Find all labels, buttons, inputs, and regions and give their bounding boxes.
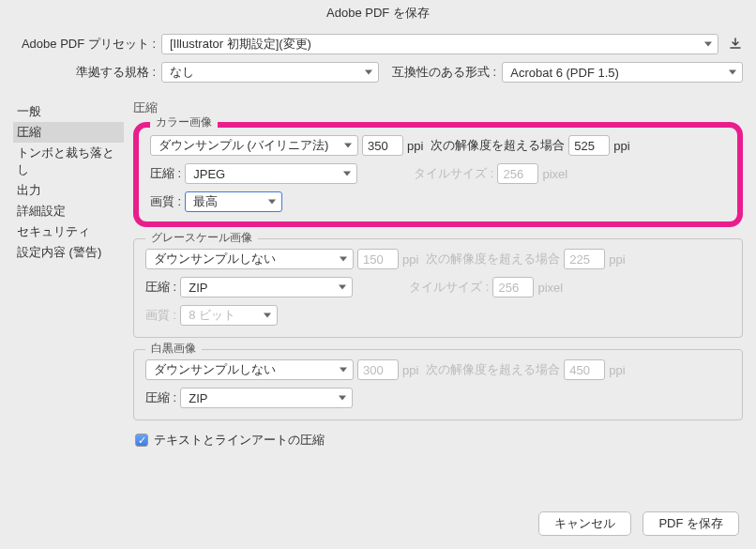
sidebar-item-marks[interactable]: トンボと裁ち落とし [13, 143, 124, 180]
color-legend: カラー画像 [150, 114, 218, 130]
sidebar-item-summary[interactable]: 設定内容 (警告) [13, 242, 124, 263]
gray-ppi2-unit: ppi [609, 252, 625, 267]
text-lineart-checkbox[interactable]: ✓ テキストとラインアートの圧縮 [135, 432, 743, 449]
mono-ppi2-input: 450 [564, 359, 605, 380]
color-quality-select[interactable]: 最高 [185, 191, 282, 212]
sidebar-item-advanced[interactable]: 詳細設定 [13, 201, 124, 221]
color-quality-label: 画質 : [150, 193, 181, 210]
color-compress-label: 圧縮 : [150, 165, 181, 182]
sidebar: 一般 圧縮 トンボと裁ち落とし 出力 詳細設定 セキュリティ 設定内容 (警告) [13, 99, 124, 449]
gray-quality-select: 8 ビット [180, 305, 278, 326]
page-title: 圧縮 [133, 99, 743, 116]
sidebar-item-security[interactable]: セキュリティ [13, 221, 124, 242]
preset-select[interactable]: [Illustrator 初期設定](変更) [161, 34, 718, 54]
footer-buttons: キャンセル PDF を保存 [538, 511, 739, 536]
compat-select[interactable]: Acrobat 6 (PDF 1.5) [502, 62, 743, 83]
color-ppi2-input[interactable]: 525 [568, 135, 610, 156]
mono-compress-label: 圧縮 : [145, 389, 176, 406]
color-ppi1-unit: ppi [407, 139, 423, 153]
color-tile-label: タイルサイズ : [414, 165, 493, 182]
mono-ppi1-input: 300 [357, 359, 399, 380]
gray-image-group: グレースケール画像 ダウンサンプルしない 150 ppi 次の解像度を超える場合… [133, 238, 743, 338]
color-exceed-label: 次の解像度を超える場合 [431, 137, 565, 154]
color-downsample-value: ダウンサンプル (バイリニア法) [159, 137, 328, 154]
standard-label: 準拠する規格 : [13, 64, 156, 81]
color-image-group: カラー画像 ダウンサンプル (バイリニア法) 350 ppi 次の解像度を超える… [133, 122, 743, 227]
text-lineart-label: テキストとラインアートの圧縮 [154, 432, 325, 449]
gray-tile-input: 256 [492, 277, 534, 297]
gray-ppi1-unit: ppi [402, 252, 418, 267]
compat-value: Acrobat 6 (PDF 1.5) [510, 66, 619, 80]
mono-ppi2-unit: ppi [609, 363, 625, 377]
sidebar-item-general[interactable]: 一般 [13, 101, 124, 122]
gray-compress-select[interactable]: ZIP [180, 277, 353, 297]
mono-image-group: 白黒画像 ダウンサンプルしない 300 ppi 次の解像度を超える場合 450 … [133, 349, 743, 420]
content-panel: 圧縮 カラー画像 ダウンサンプル (バイリニア法) 350 ppi 次の解像度を… [124, 99, 743, 449]
save-button[interactable]: PDF を保存 [643, 511, 739, 536]
mono-downsample-select[interactable]: ダウンサンプルしない [145, 359, 354, 380]
preset-value: [Illustrator 初期設定](変更) [170, 36, 311, 53]
color-downsample-select[interactable]: ダウンサンプル (バイリニア法) [150, 135, 358, 156]
gray-compress-label: 圧縮 : [145, 279, 176, 296]
mono-legend: 白黒画像 [145, 341, 202, 357]
gray-legend: グレースケール画像 [145, 230, 258, 246]
sidebar-item-output[interactable]: 出力 [13, 180, 124, 201]
mono-ppi1-unit: ppi [402, 363, 418, 377]
sidebar-item-compression[interactable]: 圧縮 [13, 122, 124, 143]
gray-downsample-select[interactable]: ダウンサンプルしない [145, 249, 354, 269]
color-tile-unit: pixel [542, 167, 567, 181]
download-icon[interactable] [728, 37, 743, 52]
standard-select[interactable]: なし [161, 62, 379, 83]
mono-exceed-label: 次の解像度を超える場合 [426, 361, 560, 378]
gray-ppi2-input: 225 [564, 249, 605, 269]
window-title: Adobe PDF を保存 [0, 0, 756, 26]
compat-label: 互換性のある形式 : [392, 64, 496, 81]
check-icon: ✓ [135, 434, 148, 447]
standard-value: なし [170, 64, 194, 81]
gray-ppi1-input: 150 [357, 249, 399, 269]
gray-quality-label: 画質 : [145, 307, 176, 324]
gray-tile-label: タイルサイズ : [409, 279, 489, 296]
color-ppi2-unit: ppi [613, 139, 629, 153]
top-controls: Adobe PDF プリセット : [Illustrator 初期設定](変更)… [0, 26, 756, 99]
gray-exceed-label: 次の解像度を超える場合 [426, 251, 560, 267]
gray-tile-unit: pixel [537, 281, 563, 295]
color-ppi1-input[interactable]: 350 [362, 135, 403, 156]
preset-label: Adobe PDF プリセット : [13, 36, 156, 53]
cancel-button[interactable]: キャンセル [538, 511, 631, 536]
color-compress-select[interactable]: JPEG [185, 163, 357, 184]
mono-compress-select[interactable]: ZIP [180, 388, 353, 408]
color-tile-input: 256 [497, 163, 538, 184]
